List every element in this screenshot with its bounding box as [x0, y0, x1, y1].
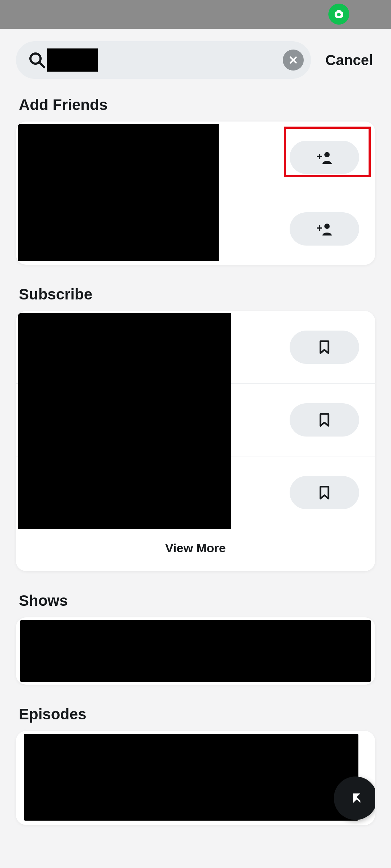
svg-rect-2	[337, 10, 341, 12]
svg-point-10	[324, 224, 330, 229]
add-friends-card: + +	[16, 122, 375, 265]
search-row: Cancel	[0, 29, 391, 90]
bookmark-icon	[316, 485, 332, 501]
clear-search-button[interactable]	[283, 50, 304, 71]
episode-item-redacted	[24, 734, 358, 821]
show-item-redacted	[20, 620, 371, 682]
section-title-add-friends: Add Friends	[0, 90, 391, 122]
friends-redacted-block	[18, 124, 219, 261]
fab-icon	[348, 791, 363, 805]
status-bar	[0, 0, 391, 29]
svg-line-4	[39, 63, 44, 67]
svg-point-8	[324, 152, 330, 157]
subscribe-card: View More	[16, 311, 375, 571]
floating-action-button[interactable]	[334, 776, 375, 820]
svg-text:+: +	[316, 222, 323, 234]
subscribe-button[interactable]	[290, 331, 359, 364]
camera-badge-icon	[328, 4, 349, 25]
add-friend-icon: +	[316, 221, 332, 237]
svg-point-1	[337, 13, 341, 16]
search-icon	[28, 51, 46, 69]
svg-text:+: +	[316, 150, 323, 162]
section-title-episodes: Episodes	[0, 699, 391, 731]
add-friend-button[interactable]: +	[290, 212, 359, 246]
search-query-redacted	[47, 48, 98, 72]
episodes-card[interactable]	[16, 731, 375, 825]
bookmark-icon	[316, 412, 332, 428]
section-title-shows: Shows	[0, 586, 391, 617]
view-more-button[interactable]: View More	[16, 529, 375, 571]
cancel-button[interactable]: Cancel	[325, 52, 373, 68]
close-icon	[289, 55, 298, 65]
shows-card[interactable]	[16, 617, 375, 685]
bookmark-icon	[316, 339, 332, 355]
subscribe-button[interactable]	[290, 476, 359, 509]
search-field[interactable]	[16, 41, 311, 79]
subscribe-button[interactable]	[290, 403, 359, 437]
add-friend-icon: +	[316, 149, 332, 165]
subscribe-redacted-block	[18, 313, 231, 529]
add-friend-button[interactable]: +	[290, 141, 359, 174]
section-title-subscribe: Subscribe	[0, 279, 391, 311]
